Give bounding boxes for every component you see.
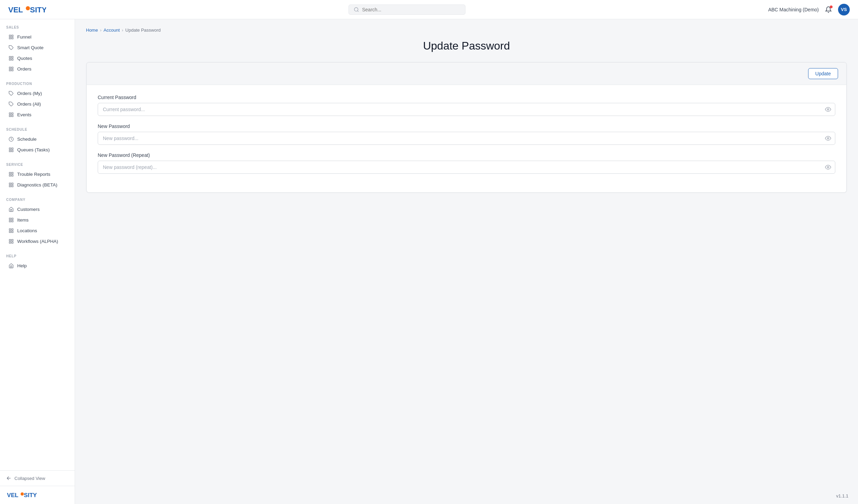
search-icon [354,7,359,12]
search-bar[interactable] [348,4,465,15]
eye-icon[interactable] [825,106,831,112]
sidebar-section-company: COMPANYCustomersItemsLocationsWorkflows … [0,192,75,248]
sidebar-item-label-events: Events [17,112,31,117]
collapsed-view-button[interactable]: Collapsed View [0,470,75,486]
svg-point-3 [354,8,358,11]
sidebar-item-funnel[interactable]: Funnel [2,32,73,42]
search-input[interactable] [362,7,460,12]
svg-rect-10 [11,56,13,57]
field-input-current_password[interactable] [98,103,835,116]
grid-icon [8,112,14,117]
svg-rect-41 [11,228,13,230]
sidebar-section-help: HELPHelp [0,248,75,272]
footer-logo: VEL SITY [0,486,75,504]
field-group-current_password: Current Password [98,95,835,116]
svg-rect-43 [11,231,13,232]
sidebar-item-workflows-alpha[interactable]: Workflows (ALPHA) [2,236,73,246]
sidebar-item-label-customers: Customers [17,207,40,212]
clock-icon [8,136,14,142]
sidebar-item-trouble-reports[interactable]: Trouble Reports [2,169,73,179]
notifications-button[interactable] [824,5,833,14]
sidebar-item-diagnostics-beta[interactable]: Diagnostics (BETA) [2,180,73,190]
grid-icon [8,171,14,177]
svg-rect-35 [11,185,13,186]
sidebar-item-schedule[interactable]: Schedule [2,134,73,144]
sidebar-section-service: SERVICETrouble ReportsDiagnostics (BETA) [0,157,75,192]
svg-point-51 [827,109,829,110]
avatar[interactable]: VS [838,4,850,15]
svg-text:VEL: VEL [7,492,18,498]
grid-icon [8,228,14,233]
field-label-current_password: Current Password [98,95,835,100]
sidebar-item-smart-quote[interactable]: Smart Quote [2,42,73,53]
sidebar-section-sales: SALESFunnelSmart QuoteQuotesOrders [0,19,75,76]
sidebar-section-schedule: SCHEDULEScheduleQueues (Tasks) [0,121,75,157]
svg-point-52 [827,138,829,139]
breadcrumb-account[interactable]: Account [104,28,120,33]
sidebar-item-orders-my[interactable]: Orders (My) [2,88,73,98]
top-bar: VEL SITY ABC Machining (Demo) VS [0,0,858,19]
sidebar-item-quotes[interactable]: Quotes [2,53,73,63]
update-button[interactable]: Update [808,68,838,79]
sidebar-item-locations[interactable]: Locations [2,225,73,236]
svg-rect-42 [9,231,10,232]
sidebar-item-queues-tasks[interactable]: Queues (Tasks) [2,144,73,155]
svg-rect-14 [11,67,13,68]
svg-rect-21 [9,115,10,116]
svg-rect-19 [9,112,10,114]
sidebar-item-label-workflows-alpha: Workflows (ALPHA) [17,239,58,244]
svg-rect-28 [9,172,10,173]
page-title: Update Password [86,40,847,52]
eye-icon[interactable] [825,135,831,141]
sidebar-item-orders[interactable]: Orders [2,64,73,74]
content-area: Home › Account › Update Password Update … [75,19,858,504]
sidebar-item-label-locations: Locations [17,228,37,233]
tag-icon [8,90,14,96]
eye-icon[interactable] [825,164,831,170]
sidebar-item-customers[interactable]: Customers [2,204,73,214]
breadcrumb-sep-1: › [100,28,101,33]
sidebar-item-events[interactable]: Events [2,109,73,120]
sidebar-item-orders-all[interactable]: Orders (All) [2,99,73,109]
sidebar-section-label-help: HELP [0,254,75,260]
grid-icon [8,238,14,244]
field-wrap-new_password_repeat [98,161,835,174]
sidebar-section-label-schedule: SCHEDULE [0,128,75,133]
field-input-new_password_repeat[interactable] [98,161,835,174]
svg-text:SITY: SITY [24,492,37,498]
svg-rect-40 [9,228,10,230]
grid-icon [8,147,14,152]
svg-rect-13 [9,67,10,68]
logo: VEL SITY [8,3,46,16]
sidebar-item-items[interactable]: Items [2,215,73,225]
grid-icon [8,55,14,61]
sidebar-item-label-funnel: Funnel [17,34,31,40]
svg-rect-15 [9,69,10,71]
grid-icon [8,66,14,72]
action-bar: Update [86,62,847,85]
field-input-new_password[interactable] [98,132,835,145]
sidebar-item-label-smart-quote: Smart Quote [17,45,44,50]
svg-rect-39 [11,220,13,222]
sidebar-item-label-orders: Orders [17,66,31,72]
sidebar-item-label-items: Items [17,217,29,223]
svg-rect-29 [11,172,13,173]
svg-rect-12 [11,58,13,60]
sidebar-item-label-orders-all: Orders (All) [17,101,41,107]
sidebar-item-help[interactable]: Help [2,260,73,271]
svg-rect-9 [9,56,10,57]
svg-rect-20 [11,112,13,114]
svg-rect-47 [11,242,13,243]
svg-rect-5 [11,35,13,36]
grid-icon [8,217,14,223]
breadcrumb-home[interactable]: Home [86,28,98,33]
sidebar-item-label-orders-my: Orders (My) [17,91,42,96]
svg-rect-36 [9,218,10,219]
breadcrumb: Home › Account › Update Password [86,28,847,33]
tag-icon [8,45,14,50]
update-password-card: Update Current PasswordNew PasswordNew P… [86,62,847,193]
sidebar-item-label-help: Help [17,263,27,268]
footer-logo-svg: VEL SITY [6,490,37,500]
svg-rect-11 [9,58,10,60]
field-wrap-new_password [98,132,835,145]
